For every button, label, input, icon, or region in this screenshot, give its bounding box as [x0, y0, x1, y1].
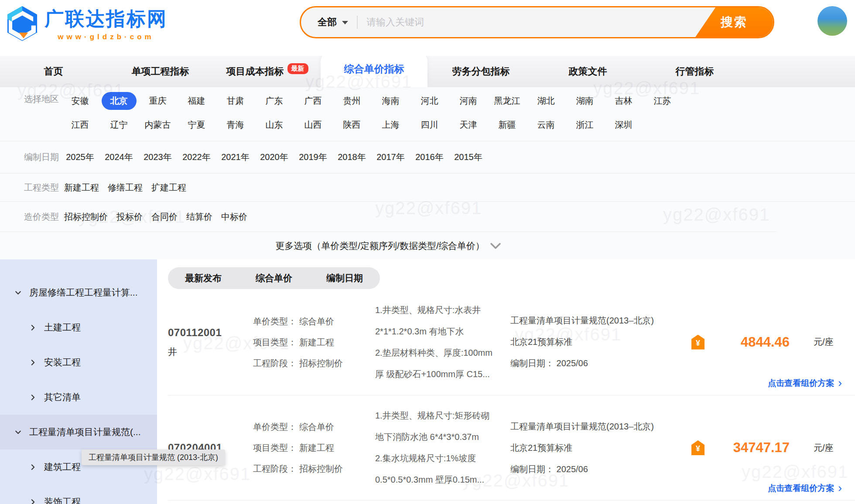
region-option[interactable]: 黑龙江: [494, 95, 520, 107]
search-input[interactable]: [366, 17, 695, 28]
date-option[interactable]: 2024年: [105, 151, 133, 163]
region-option[interactable]: 内蒙古: [145, 119, 171, 131]
project-type-option[interactable]: 修缮工程: [108, 182, 143, 194]
date-option[interactable]: 2019年: [299, 151, 327, 163]
item-price-block: ¥ 4844.46 元/座: [678, 334, 842, 350]
more-options-label: 更多选项（单价类型/定额序列/数据类型/综合单价）: [275, 240, 485, 252]
sidebar-item[interactable]: 土建工程: [0, 310, 157, 345]
view-plan-link[interactable]: 点击查看组价方案 ›: [768, 483, 842, 494]
region-option[interactable]: 海南: [382, 95, 400, 107]
region-option[interactable]: 重庆: [149, 95, 167, 107]
sort-tab-latest[interactable]: 最新发布: [168, 267, 239, 289]
date-option[interactable]: 2022年: [182, 151, 211, 163]
sort-tab-date[interactable]: 编制日期: [309, 267, 380, 289]
region-option[interactable]: 山西: [304, 119, 322, 131]
standard-line: 北京21预算标准: [510, 437, 678, 459]
date-option[interactable]: 2021年: [221, 151, 250, 163]
region-option[interactable]: 福建: [188, 95, 205, 107]
description-line: 2.垫层材料种类、厚度:100mm: [375, 342, 510, 364]
region-option[interactable]: 上海: [382, 119, 400, 131]
nav-item[interactable]: 综合单价指标: [321, 56, 428, 87]
region-option[interactable]: 山东: [266, 119, 283, 131]
chevron-right-icon: ›: [838, 377, 842, 388]
region-option[interactable]: 贵州: [343, 95, 361, 107]
region-option[interactable]: 陕西: [343, 119, 361, 131]
item-attributes: 单价类型：综合单价 项目类型：新建工程 工程阶段：招标控制价: [253, 416, 375, 479]
region-option[interactable]: 湖北: [537, 95, 555, 107]
date-option[interactable]: 2020年: [260, 151, 288, 163]
region-option[interactable]: 河南: [460, 95, 477, 107]
region-option-selected[interactable]: 北京: [102, 92, 137, 110]
standard-line: 编制日期： 2025/06: [510, 353, 678, 374]
item-standards: 工程量清单项目计量规范(2013–北京) 北京21预算标准 编制日期： 2025…: [510, 416, 678, 480]
region-option[interactable]: 湖南: [576, 95, 594, 107]
chevron-down-icon: [14, 289, 22, 297]
region-option[interactable]: 广西: [304, 95, 322, 107]
region-option[interactable]: 云南: [537, 119, 555, 131]
nav-item[interactable]: 项目成本指标最新: [226, 65, 308, 78]
date-option[interactable]: 2015年: [454, 151, 482, 163]
region-option[interactable]: 辽宁: [110, 119, 128, 131]
region-option[interactable]: 江西: [72, 119, 89, 131]
nav-item[interactable]: 政策文件: [569, 65, 607, 78]
attr-value: 新建工程: [299, 437, 334, 458]
nav-item[interactable]: 劳务分包指标: [452, 65, 510, 78]
region-option[interactable]: 江苏: [654, 95, 671, 107]
region-option[interactable]: 吉林: [615, 95, 633, 107]
project-type-option[interactable]: 扩建工程: [151, 182, 186, 194]
region-option[interactable]: 宁夏: [188, 119, 205, 131]
date-option[interactable]: 2025年: [66, 151, 94, 163]
item-description: 1.井类型、规格尺寸:水表井 2*1*1.2*0.3m 有地下水 2.垫层材料种…: [375, 300, 510, 385]
region-option[interactable]: 河北: [421, 95, 438, 107]
region-option[interactable]: 四川: [421, 119, 438, 131]
price-type-option[interactable]: 合同价: [151, 211, 178, 223]
price-type-option[interactable]: 投标价: [116, 211, 143, 223]
sidebar-item[interactable]: 安装工程: [0, 345, 157, 380]
date-option[interactable]: 2016年: [415, 151, 444, 163]
region-option[interactable]: 深圳: [615, 119, 633, 131]
result-row: 070204001 单价类型：综合单价 项目类型：新建工程 工程阶段：招标控制价…: [168, 395, 855, 501]
description-line: 地下消防水池 6*4*3*0.37m: [375, 426, 510, 448]
sidebar-item-label: 其它清单: [44, 391, 81, 403]
sort-tab-unit-price[interactable]: 综合单价: [239, 267, 309, 289]
region-option[interactable]: 广东: [266, 95, 283, 107]
price-type-option[interactable]: 结算价: [186, 211, 212, 223]
nav-item[interactable]: 行管指标: [676, 65, 714, 78]
results-area: 最新发布 综合单价 编制日期 070112001 井 单价类型：综合单价 项目类…: [157, 259, 855, 504]
date-option[interactable]: 2023年: [144, 151, 172, 163]
price-type-options: 招标控制价投标价合同价结算价中标价: [61, 202, 247, 232]
view-plan-link[interactable]: 点击查看组价方案 ›: [768, 378, 842, 389]
region-option[interactable]: 浙江: [576, 119, 594, 131]
region-option[interactable]: 天津: [460, 119, 477, 131]
region-option[interactable]: 甘肃: [227, 95, 244, 107]
nav-item-active-tab[interactable]: 综合单价指标: [321, 51, 428, 87]
more-options-toggle[interactable]: 更多选项（单价类型/定额序列/数据类型/综合单价）: [0, 232, 776, 259]
region-option[interactable]: 安徽: [72, 95, 89, 107]
chevron-right-icon: [29, 498, 37, 504]
nav-item-label: 单项工程指标: [132, 65, 189, 78]
region-option[interactable]: 新疆: [499, 119, 516, 131]
nav-item[interactable]: 首页: [44, 65, 63, 78]
sidebar-item[interactable]: 其它清单: [0, 380, 157, 415]
sidebar-item[interactable]: 房屋修缮工程工程量计算...: [0, 275, 157, 310]
nav-item[interactable]: 单项工程指标: [132, 65, 189, 78]
nav-items: 首页单项工程指标项目成本指标最新综合单价指标劳务分包指标政策文件行管指标: [0, 56, 855, 87]
project-type-option[interactable]: 新建工程: [64, 182, 99, 194]
price-type-option[interactable]: 中标价: [221, 211, 247, 223]
sidebar-item-selected[interactable]: 工程量清单项目计量规范(...: [0, 415, 157, 450]
region-option[interactable]: 青海: [227, 119, 244, 131]
attr-line: 项目类型：新建工程: [253, 332, 375, 353]
date-option[interactable]: 2017年: [376, 151, 405, 163]
price-type-option[interactable]: 招标控制价: [64, 211, 108, 223]
search-button[interactable]: 搜索: [695, 7, 773, 37]
chevron-down-icon: [490, 242, 501, 249]
sidebar-item-label: 装饰工程: [44, 496, 81, 504]
search-scope-dropdown[interactable]: 全部: [301, 16, 348, 29]
date-option[interactable]: 2018年: [338, 151, 366, 163]
sidebar-tooltip: 工程量清单项目计量规范 (2013-北京): [82, 450, 225, 465]
logo[interactable]: 广联达指标网 www·gldzb·com: [6, 5, 168, 42]
avatar[interactable]: [817, 6, 847, 36]
chevron-right-icon: [29, 324, 37, 332]
attr-line: 工程阶段：招标控制价: [253, 353, 375, 374]
sidebar-item[interactable]: 装饰工程: [0, 484, 157, 504]
